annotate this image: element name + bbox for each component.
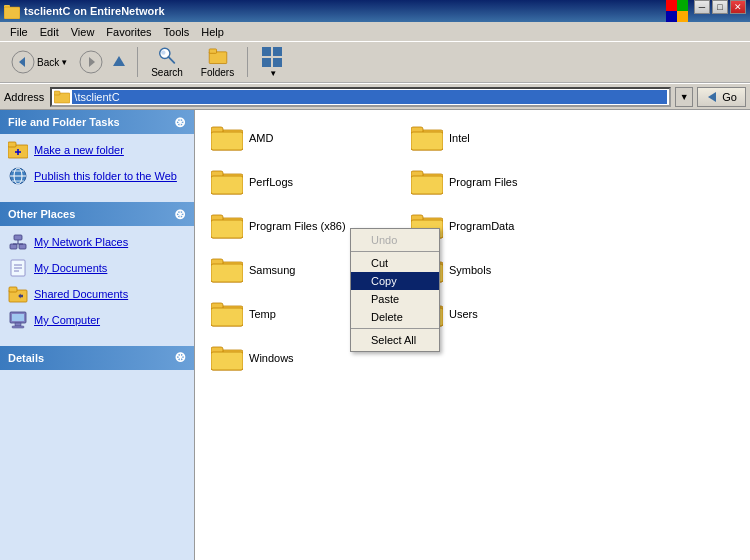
other-places-header[interactable]: Other Places ⊛ bbox=[0, 202, 194, 226]
address-folder-icon bbox=[54, 89, 70, 105]
content-area: AMD Intel PerfLogs bbox=[195, 110, 750, 560]
publish-folder-label: Publish this folder to the Web bbox=[34, 169, 177, 183]
my-computer-link[interactable]: My Computer bbox=[8, 310, 186, 330]
svg-line-14 bbox=[168, 57, 174, 63]
app-icon bbox=[4, 3, 20, 19]
address-bar: Address ▼ Go bbox=[0, 84, 750, 110]
new-folder-icon bbox=[8, 140, 28, 160]
address-dropdown[interactable]: ▼ bbox=[675, 87, 693, 107]
up-button[interactable] bbox=[107, 43, 131, 81]
folder-icon-intel bbox=[411, 124, 443, 152]
folder-icon-amd bbox=[211, 124, 243, 152]
go-button[interactable]: Go bbox=[697, 87, 746, 107]
other-places-section: Other Places ⊛ My Network Places bbox=[0, 202, 194, 342]
folder-name-program-files-x86: Program Files (x86) bbox=[249, 220, 346, 232]
folder-icon-program-files-x86 bbox=[211, 212, 243, 240]
back-button[interactable]: Back ▼ bbox=[4, 43, 75, 81]
ctx-copy[interactable]: Copy bbox=[351, 272, 439, 290]
back-dropdown-icon[interactable]: ▼ bbox=[60, 58, 68, 67]
publish-icon bbox=[8, 166, 28, 186]
svg-rect-60 bbox=[211, 220, 243, 238]
forward-button[interactable] bbox=[79, 43, 103, 81]
svg-rect-19 bbox=[54, 91, 60, 95]
file-folder-tasks-header[interactable]: File and Folder Tasks ⊛ bbox=[0, 110, 194, 134]
folder-grid: AMD Intel PerfLogs bbox=[205, 120, 740, 384]
folder-icon-temp bbox=[211, 300, 243, 328]
title-left: tsclientC on EntireNetwork bbox=[4, 3, 165, 19]
folder-perflogs[interactable]: PerfLogs bbox=[205, 164, 405, 200]
menu-help[interactable]: Help bbox=[195, 24, 230, 40]
folder-name-amd: AMD bbox=[249, 132, 273, 144]
my-documents-icon bbox=[8, 258, 28, 278]
views-dropdown-icon[interactable]: ▼ bbox=[269, 69, 277, 78]
svg-rect-44 bbox=[15, 323, 21, 326]
address-input[interactable] bbox=[72, 90, 667, 104]
folder-name-program-files: Program Files bbox=[449, 176, 517, 188]
my-computer-label: My Computer bbox=[34, 313, 100, 327]
folder-icon-perflogs bbox=[211, 168, 243, 196]
svg-rect-3 bbox=[666, 0, 677, 11]
ctx-sep-1 bbox=[351, 251, 439, 252]
svg-rect-30 bbox=[10, 244, 17, 249]
other-places-toggle[interactable]: ⊛ bbox=[174, 206, 186, 222]
menu-bar: File Edit View Favorites Tools Help bbox=[0, 22, 750, 42]
folders-button[interactable]: Folders bbox=[194, 43, 241, 81]
details-section: Details ⊛ bbox=[0, 346, 194, 370]
svg-rect-6 bbox=[677, 11, 688, 22]
my-documents-link[interactable]: My Documents bbox=[8, 258, 186, 278]
svg-point-15 bbox=[161, 50, 165, 54]
search-button[interactable]: Search bbox=[144, 43, 190, 81]
ctx-select-all[interactable]: Select All bbox=[351, 331, 439, 349]
file-folder-tasks-toggle[interactable]: ⊛ bbox=[174, 114, 186, 130]
svg-rect-5 bbox=[666, 11, 677, 22]
svg-rect-45 bbox=[12, 326, 24, 328]
context-menu: Undo Cut Copy Paste Delete Select All bbox=[350, 228, 440, 352]
svg-rect-43 bbox=[12, 314, 24, 321]
maximize-button[interactable]: □ bbox=[712, 0, 728, 14]
my-documents-label: My Documents bbox=[34, 261, 107, 275]
details-header[interactable]: Details ⊛ bbox=[0, 346, 194, 370]
file-folder-tasks-title: File and Folder Tasks bbox=[8, 116, 120, 128]
my-network-places-link[interactable]: My Network Places bbox=[8, 232, 186, 252]
title-bar: tsclientC on EntireNetwork ─ □ ✕ bbox=[0, 0, 750, 22]
other-places-title: Other Places bbox=[8, 208, 75, 220]
file-folder-tasks-content: Make a new folder Publish this folder to… bbox=[0, 134, 194, 198]
back-label: Back bbox=[37, 57, 59, 68]
search-label: Search bbox=[151, 67, 183, 78]
folder-intel[interactable]: Intel bbox=[405, 120, 605, 156]
menu-view[interactable]: View bbox=[65, 24, 101, 40]
make-new-folder-link[interactable]: Make a new folder bbox=[8, 140, 186, 160]
minimize-button[interactable]: ─ bbox=[694, 0, 710, 14]
menu-favorites[interactable]: Favorites bbox=[100, 24, 157, 40]
shared-documents-label: Shared Documents bbox=[34, 287, 128, 301]
ctx-sep-2 bbox=[351, 328, 439, 329]
folder-icon-samsung bbox=[211, 256, 243, 284]
folder-name-windows: Windows bbox=[249, 352, 294, 364]
svg-rect-57 bbox=[411, 176, 443, 194]
close-button[interactable]: ✕ bbox=[730, 0, 746, 14]
details-toggle[interactable]: ⊛ bbox=[174, 350, 186, 366]
folder-program-files[interactable]: Program Files bbox=[405, 164, 605, 200]
publish-folder-link[interactable]: Publish this folder to the Web bbox=[8, 166, 186, 186]
folder-amd[interactable]: AMD bbox=[205, 120, 405, 156]
toolbar: Back ▼ Search Folders bbox=[0, 42, 750, 84]
folder-name-samsung: Samsung bbox=[249, 264, 295, 276]
folder-name-perflogs: PerfLogs bbox=[249, 176, 293, 188]
file-folder-tasks-section: File and Folder Tasks ⊛ Make a new folde… bbox=[0, 110, 194, 198]
ctx-undo[interactable]: Undo bbox=[351, 231, 439, 249]
address-input-wrap[interactable] bbox=[50, 87, 671, 107]
shared-documents-link[interactable]: Shared Documents bbox=[8, 284, 186, 304]
menu-file[interactable]: File bbox=[4, 24, 34, 40]
forward-icon bbox=[79, 50, 103, 74]
menu-tools[interactable]: Tools bbox=[158, 24, 196, 40]
separator-1 bbox=[137, 47, 138, 77]
views-button[interactable]: ▼ bbox=[254, 43, 290, 81]
svg-rect-32 bbox=[14, 235, 22, 240]
svg-rect-4 bbox=[677, 0, 688, 11]
folders-icon bbox=[205, 46, 231, 65]
details-title: Details bbox=[8, 352, 44, 364]
ctx-delete[interactable]: Delete bbox=[351, 308, 439, 326]
ctx-cut[interactable]: Cut bbox=[351, 254, 439, 272]
menu-edit[interactable]: Edit bbox=[34, 24, 65, 40]
ctx-paste[interactable]: Paste bbox=[351, 290, 439, 308]
